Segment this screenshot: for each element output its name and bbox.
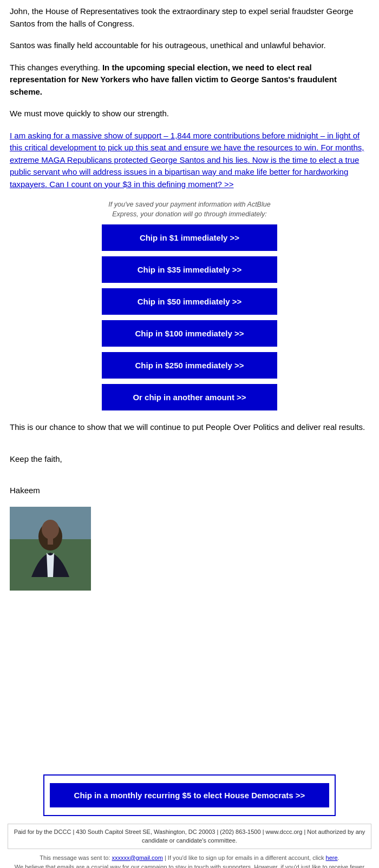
donate-btn-other[interactable]: Or chip in another amount >> (102, 384, 277, 410)
svg-point-4 (42, 520, 59, 539)
donate-btn-35[interactable]: Chip in $35 immediately >> (102, 256, 277, 283)
cta-link[interactable]: I am asking for a massive show of suppor… (10, 131, 364, 189)
donation-section: If you've saved your payment information… (10, 200, 369, 410)
footer-here-link-1[interactable]: here (326, 854, 338, 861)
actblue-note: If you've saved your payment information… (10, 200, 369, 219)
donate-btn-250[interactable]: Chip in $250 immediately >> (102, 352, 277, 379)
paragraph-1: John, the House of Representatives took … (10, 5, 369, 30)
footer-small: This message was sent to: xxxxxx@gmail.c… (8, 853, 371, 869)
monthly-recurring-btn[interactable]: Chip in a monthly recurring $5 to elect … (50, 783, 329, 807)
signature-name: Hakeem (10, 485, 369, 497)
paragraph-2: Santos was finally held accountable for … (10, 39, 369, 52)
hakeem-photo (10, 507, 91, 591)
donate-btn-1[interactable]: Chip in $1 immediately >> (102, 224, 277, 251)
paragraph-3: This changes everything. In the upcoming… (10, 62, 369, 98)
paragraph-4: We must move quickly to show our strengt… (10, 108, 369, 120)
paragraph-3-start: This changes everything. (10, 63, 102, 72)
photo-section (10, 507, 369, 591)
donate-btn-100[interactable]: Chip in $100 immediately >> (102, 320, 277, 347)
footer-sent-to: This message was sent to: (40, 854, 112, 861)
paid-for-section: Paid for by the DCCC | 430 South Capitol… (8, 824, 371, 849)
footer-end-1: . (338, 854, 339, 861)
svg-rect-5 (48, 538, 53, 545)
paid-for-text: Paid for by the DCCC | 430 South Capitol… (14, 829, 365, 844)
footer-email: xxxxxx@gmail.com (112, 854, 163, 861)
footer-fewer-emails-line: We believe that emails are a crucial way… (8, 863, 371, 868)
actblue-note-line2: Express, your donation will go through i… (112, 210, 267, 218)
footer-mid: | If you'd like to sign up for emails in… (163, 854, 326, 861)
actblue-note-line1: If you've saved your payment information… (108, 201, 270, 208)
paragraph-5: This is our chance to show that we will … (10, 421, 369, 434)
footer-line2-pre: We believe that emails are a crucial way… (15, 864, 364, 868)
donate-btn-50[interactable]: Chip in $50 immediately >> (102, 288, 277, 315)
cta-paragraph[interactable]: I am asking for a massive show of suppor… (10, 130, 369, 191)
closing-line: Keep the faith, (10, 453, 369, 466)
signature-section: This is our chance to show that we will … (10, 421, 369, 497)
footer-email-line: This message was sent to: xxxxxx@gmail.c… (8, 853, 371, 863)
footer-sticky-section: Chip in a monthly recurring $5 to elect … (43, 774, 336, 816)
